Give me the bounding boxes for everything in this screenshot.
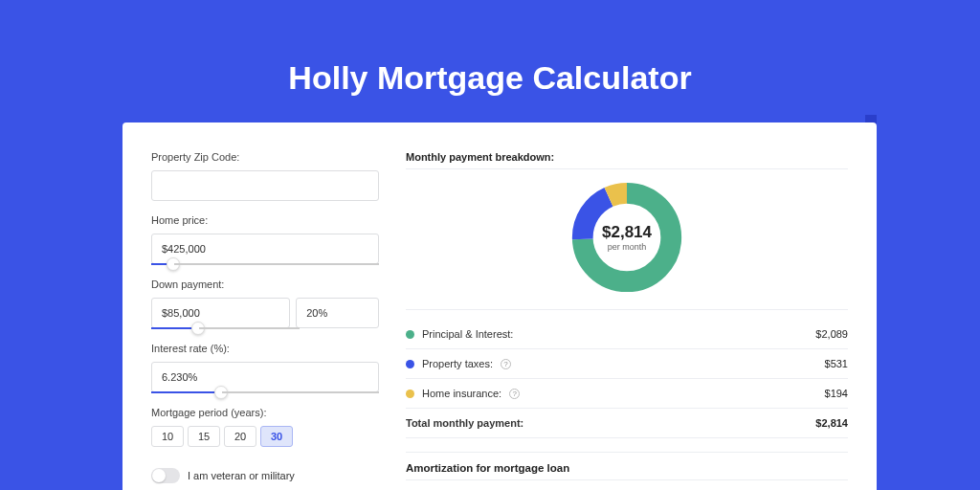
donut-center-amount: $2,814 bbox=[602, 223, 652, 242]
total-value: $2,814 bbox=[815, 417, 848, 429]
down-payment-slider[interactable] bbox=[151, 327, 300, 329]
slider-thumb[interactable] bbox=[191, 322, 205, 335]
interest-rate-label: Interest rate (%): bbox=[151, 343, 379, 354]
legend-value: $2,089 bbox=[815, 328, 848, 340]
zip-label: Property Zip Code: bbox=[151, 151, 379, 163]
legend-value: $194 bbox=[825, 388, 848, 399]
zip-input[interactable] bbox=[151, 170, 379, 201]
veteran-toggle[interactable] bbox=[151, 468, 180, 483]
down-payment-amount-input[interactable] bbox=[151, 298, 290, 328]
period-button-30[interactable]: 30 bbox=[260, 426, 293, 447]
period-button-15[interactable]: 15 bbox=[188, 426, 220, 447]
breakdown-title: Monthly payment breakdown: bbox=[406, 151, 848, 163]
info-icon[interactable]: ? bbox=[509, 389, 520, 399]
down-payment-label: Down payment: bbox=[151, 278, 379, 290]
legend-row-insurance: Home insurance: ? $194 bbox=[406, 379, 848, 409]
interest-rate-slider[interactable] bbox=[151, 391, 379, 393]
slider-thumb[interactable] bbox=[167, 257, 180, 271]
legend-dot-icon bbox=[406, 390, 414, 398]
home-price-input[interactable] bbox=[151, 234, 379, 264]
legend-dot-icon bbox=[406, 330, 414, 339]
legend-row-total: Total monthly payment: $2,814 bbox=[406, 409, 848, 438]
divider bbox=[406, 309, 848, 310]
page-title: Holly Mortgage Calculator bbox=[0, 0, 980, 97]
period-label: Mortgage period (years): bbox=[151, 407, 379, 418]
divider bbox=[406, 479, 848, 480]
legend-dot-icon bbox=[406, 360, 414, 368]
calculator-card: Property Zip Code: Home price: Down paym… bbox=[122, 122, 877, 490]
veteran-label: I am veteran or military bbox=[188, 470, 295, 481]
inputs-column: Property Zip Code: Home price: Down paym… bbox=[151, 145, 379, 490]
payment-donut-chart: $2,814 per month bbox=[568, 179, 685, 296]
legend-row-principal: Principal & Interest: $2,089 bbox=[406, 320, 848, 349]
legend-label: Principal & Interest: bbox=[422, 328, 513, 340]
toggle-knob bbox=[152, 469, 166, 482]
divider bbox=[406, 168, 848, 169]
legend-value: $531 bbox=[825, 358, 848, 369]
home-price-label: Home price: bbox=[151, 214, 379, 226]
total-label: Total monthly payment: bbox=[406, 417, 523, 429]
period-button-20[interactable]: 20 bbox=[224, 426, 256, 447]
down-payment-percent-input[interactable] bbox=[296, 298, 379, 328]
breakdown-column: Monthly payment breakdown: $2,814 per mo… bbox=[406, 145, 848, 490]
interest-rate-input[interactable] bbox=[151, 362, 379, 392]
legend-row-taxes: Property taxes: ? $531 bbox=[406, 349, 848, 379]
legend-label: Property taxes: bbox=[422, 358, 493, 369]
slider-thumb[interactable] bbox=[214, 386, 228, 399]
amortization-title: Amortization for mortgage loan bbox=[406, 462, 848, 474]
divider bbox=[406, 452, 848, 453]
period-options: 10 15 20 30 bbox=[151, 426, 379, 447]
home-price-slider[interactable] bbox=[151, 263, 379, 265]
legend-label: Home insurance: bbox=[422, 388, 501, 399]
donut-center-sub: per month bbox=[608, 242, 647, 252]
info-icon[interactable]: ? bbox=[501, 359, 511, 369]
period-button-10[interactable]: 10 bbox=[151, 426, 184, 447]
